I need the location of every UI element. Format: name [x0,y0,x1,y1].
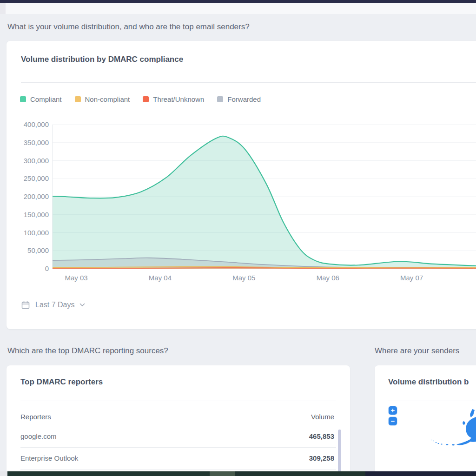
reporter-volume: 309,258 [309,454,334,462]
taskbar-strip [0,471,476,476]
taskbar-segment [235,471,365,476]
legend-item-compliant[interactable]: Compliant [20,95,62,103]
table-scrollbar[interactable] [338,430,341,476]
dashboard-page: What is your volume distribution, and wh… [0,0,476,476]
svg-text:May 07: May 07 [400,274,423,282]
svg-text:300,000: 300,000 [24,157,49,165]
svg-text:400,000: 400,000 [24,120,49,128]
map-card-title: Volume distribution b [388,377,469,387]
taskbar-segment [365,471,476,476]
question-volume-distribution: What is your volume distribution, and wh… [7,22,250,32]
top-strip-notch [0,3,6,14]
svg-text:50,000: 50,000 [27,246,49,254]
svg-text:200,000: 200,000 [24,192,49,200]
reporter-name: Enterprise Outlook [20,454,78,462]
volume-distribution-card: Volume distribution by DMARC compliance … [7,41,476,329]
reporter-name: google.com [20,432,57,440]
world-map-alaska-landmass[interactable] [418,409,476,460]
volume-card-divider [21,82,476,83]
series-line-threat-unknown [53,268,476,268]
taskbar-segment [0,471,7,476]
svg-text:0: 0 [45,264,49,272]
column-header-volume: Volume [311,413,334,421]
reporters-card-divider [20,401,336,401]
row-divider [20,469,336,469]
table-row[interactable]: google.com465,853 [20,426,334,447]
column-header-reporters: Reporters [20,413,51,421]
top-strip [0,3,476,14]
sender-map-card: Volume distribution b + − [375,365,476,476]
legend-swatch [143,96,149,102]
legend-label: Forwarded [227,95,261,103]
taskbar-segment [210,471,235,476]
question-sender-locations: Where are your senders [375,346,459,356]
top-reporters-card: Top DMARC reporters Reporters Volume goo… [7,365,350,476]
date-range-label: Last 7 Days [35,301,74,309]
taskbar-segment [7,471,210,476]
volume-card-title: Volume distribution by DMARC compliance [21,55,183,64]
chevron-down-icon [79,303,85,307]
calendar-icon [21,300,30,310]
svg-text:May 05: May 05 [232,274,255,282]
legend-item-non-compliant[interactable]: Non-compliant [75,95,130,103]
legend-label: Compliant [30,95,62,103]
legend-item-threat-unknown[interactable]: Threat/Unknown [143,95,204,103]
volume-area-chart: 050,000100,000150,000200,000250,000300,0… [7,119,476,284]
svg-text:May 06: May 06 [317,274,339,282]
legend-label: Threat/Unknown [153,95,204,103]
svg-text:250,000: 250,000 [24,174,49,182]
svg-text:350,000: 350,000 [24,139,49,146]
legend-swatch [20,96,26,102]
legend-label: Non-compliant [85,95,130,103]
svg-text:150,000: 150,000 [24,211,49,218]
legend-item-forwarded[interactable]: Forwarded [217,95,261,103]
svg-text:100,000: 100,000 [24,229,49,237]
svg-text:May 03: May 03 [65,274,87,282]
map-zoom-in-button[interactable]: + [389,406,397,415]
table-row[interactable]: Enterprise Outlook309,258 [20,448,334,469]
legend-swatch [75,96,81,102]
question-top-reporters: Which are the top DMARC reporting source… [7,346,168,356]
map-card-divider [388,401,476,401]
map-zoom-out-button[interactable]: − [389,417,397,425]
reporters-card-title: Top DMARC reporters [20,377,103,387]
svg-text:May 04: May 04 [149,274,172,282]
reporter-volume: 465,853 [309,432,334,440]
chart-legend: CompliantNon-compliantThreat/UnknownForw… [20,95,261,103]
date-range-selector[interactable]: Last 7 Days [21,300,85,310]
legend-swatch [217,96,223,102]
reporters-table-header: Reporters Volume [20,409,334,424]
